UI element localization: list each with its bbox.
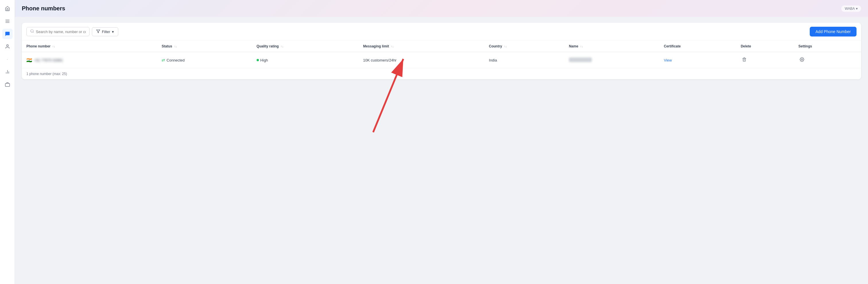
main-content: Phone numbers WABA ▾ bbox=[15, 0, 868, 284]
filter-button[interactable]: Filter ▾ bbox=[92, 27, 118, 36]
cell-status: ⇄ Connected bbox=[157, 52, 252, 68]
table-row: 🇮🇳 +91 77675 02681 ⇄ Connected bbox=[22, 52, 861, 68]
cell-phone-number: 🇮🇳 +91 77675 02681 bbox=[22, 52, 157, 68]
svg-point-3 bbox=[7, 45, 8, 46]
cell-quality: High bbox=[252, 52, 359, 68]
svg-point-10 bbox=[801, 59, 803, 60]
sort-icon-country[interactable]: ↑↓ bbox=[504, 45, 507, 48]
waba-selector[interactable]: WABA ▾ bbox=[841, 5, 861, 12]
sidebar-item-analytics[interactable] bbox=[2, 67, 12, 77]
sidebar-item-dot[interactable]: · bbox=[2, 54, 12, 64]
page-header: Phone numbers WABA ▾ bbox=[15, 0, 868, 17]
connected-arrows-icon: ⇄ bbox=[162, 58, 165, 62]
sidebar-item-tools[interactable] bbox=[2, 79, 12, 90]
delete-button[interactable] bbox=[741, 56, 748, 64]
col-phone-number: Phone number ↑↓ bbox=[22, 41, 157, 52]
svg-rect-7 bbox=[5, 83, 9, 87]
content-area: Filter ▾ Add Phone Number Phone number ↑… bbox=[15, 17, 868, 284]
toolbar: Filter ▾ Add Phone Number bbox=[22, 23, 861, 41]
status-value: Connected bbox=[166, 58, 185, 62]
col-delete: Delete bbox=[736, 41, 794, 52]
sidebar: · bbox=[0, 0, 15, 284]
quality-dot bbox=[257, 59, 259, 61]
cell-certificate: View bbox=[659, 52, 736, 68]
svg-marker-9 bbox=[96, 30, 100, 33]
toolbar-left: Filter ▾ bbox=[26, 27, 118, 36]
messaging-limit-value: 10K customers/24hr bbox=[363, 58, 396, 62]
sort-icon-messaging[interactable]: ↑↓ bbox=[391, 45, 394, 48]
sort-icon-name[interactable]: ↑↓ bbox=[580, 45, 583, 48]
search-icon bbox=[30, 29, 34, 34]
certificate-view-link[interactable]: View bbox=[664, 58, 672, 62]
filter-label: Filter bbox=[102, 30, 110, 34]
country-value: India bbox=[489, 58, 497, 62]
sidebar-item-home[interactable] bbox=[2, 3, 12, 14]
phone-numbers-card: Filter ▾ Add Phone Number Phone number ↑… bbox=[22, 23, 861, 79]
cell-delete bbox=[736, 52, 794, 68]
name-value bbox=[569, 57, 592, 62]
search-input[interactable] bbox=[36, 30, 86, 34]
col-country: Country ↑↓ bbox=[484, 41, 564, 52]
col-messaging-limit: Messaging limit ↑↓ bbox=[359, 41, 484, 52]
phone-numbers-table: Phone number ↑↓ Status ↑↓ Quality rating… bbox=[22, 41, 861, 68]
col-settings: Settings bbox=[794, 41, 861, 52]
filter-icon bbox=[96, 29, 100, 34]
sidebar-item-menu[interactable] bbox=[2, 16, 12, 26]
sort-icon-quality[interactable]: ↑↓ bbox=[281, 45, 284, 48]
phone-number-value: +91 77675 02681 bbox=[34, 58, 63, 62]
sort-icon-phone[interactable]: ↑↓ bbox=[52, 45, 55, 48]
cell-country: India bbox=[484, 52, 564, 68]
waba-label: WABA bbox=[845, 7, 855, 11]
col-quality-rating: Quality rating ↑↓ bbox=[252, 41, 359, 52]
search-box[interactable] bbox=[26, 27, 90, 36]
add-phone-number-button[interactable]: Add Phone Number bbox=[810, 27, 857, 36]
table-header-row: Phone number ↑↓ Status ↑↓ Quality rating… bbox=[22, 41, 861, 52]
table-footer: 1 phone number (max: 25) bbox=[22, 68, 861, 79]
sidebar-item-messages[interactable] bbox=[2, 29, 12, 39]
settings-button[interactable] bbox=[799, 56, 805, 64]
header-right: WABA ▾ bbox=[841, 5, 861, 12]
filter-chevron-icon: ▾ bbox=[112, 30, 114, 34]
flag-icon: 🇮🇳 bbox=[26, 57, 32, 63]
sidebar-item-contacts[interactable] bbox=[2, 41, 12, 52]
chevron-down-icon: ▾ bbox=[856, 7, 858, 11]
quality-value: High bbox=[260, 58, 268, 62]
col-certificate: Certificate bbox=[659, 41, 736, 52]
col-name: Name ↑↓ bbox=[564, 41, 659, 52]
cell-settings bbox=[794, 52, 861, 68]
page-title: Phone numbers bbox=[22, 5, 65, 12]
cell-name bbox=[564, 52, 659, 68]
sort-icon-status[interactable]: ↑↓ bbox=[174, 45, 177, 48]
svg-point-8 bbox=[31, 30, 33, 32]
cell-messaging-limit: 10K customers/24hr bbox=[359, 52, 484, 68]
col-status: Status ↑↓ bbox=[157, 41, 252, 52]
